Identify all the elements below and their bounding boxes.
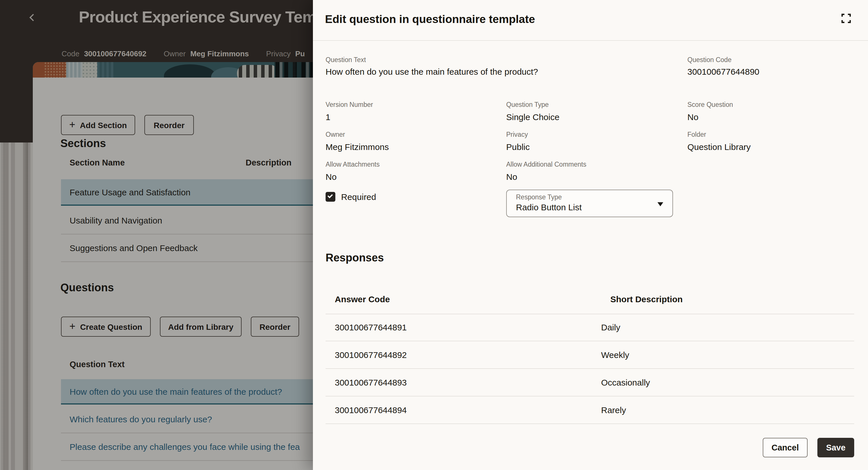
question-code-label: Question Code [687, 56, 732, 63]
question-type-label: Question Type [506, 101, 549, 108]
responses-heading: Responses [326, 251, 384, 264]
question-code-value: 300100677644890 [687, 67, 759, 76]
allow-attachments-label: Allow Attachments [326, 161, 380, 168]
chevron-down-icon [657, 202, 663, 206]
drawer-footer: Cancel Save [763, 438, 854, 457]
response-row[interactable]: 300100677644892 Weekly [326, 341, 854, 369]
edit-question-drawer: Edit question in questionnaire template … [313, 0, 868, 470]
app-window: Product Experience Survey Tem Code 30010… [0, 0, 868, 470]
allow-additional-comments-label: Allow Additional Comments [506, 161, 586, 168]
allow-additional-comments-value: No [506, 172, 517, 181]
privacy-value: Public [506, 142, 530, 152]
drawer-title: Edit question in questionnaire template [325, 13, 535, 26]
score-question-value: No [687, 112, 698, 122]
answer-code-column-header: Answer Code [335, 294, 390, 304]
response-type-label: Response Type [516, 194, 562, 201]
response-row[interactable]: 300100677644891 Daily [326, 314, 854, 341]
version-number-label: Version Number [326, 101, 373, 108]
owner-label: Owner [326, 131, 345, 138]
question-text-label: Question Text [326, 56, 366, 63]
question-type-value: Single Choice [506, 112, 559, 122]
owner-value: Meg Fitzimmons [326, 142, 389, 152]
cancel-button[interactable]: Cancel [763, 438, 808, 457]
folder-value: Question Library [687, 142, 751, 152]
score-question-label: Score Question [687, 101, 733, 108]
save-button[interactable]: Save [817, 438, 854, 457]
required-label: Required [341, 192, 376, 202]
version-number-value: 1 [326, 112, 331, 122]
privacy-label: Privacy [506, 131, 528, 138]
folder-label: Folder [687, 131, 706, 138]
allow-attachments-value: No [326, 172, 337, 181]
question-text-value: How often do you use the main features o… [326, 67, 538, 76]
response-row[interactable]: 300100677644893 Occasionally [326, 369, 854, 397]
response-type-select[interactable]: Response Type Radio Button List [506, 190, 673, 217]
response-type-value: Radio Button List [516, 202, 582, 212]
expand-icon[interactable] [841, 13, 851, 24]
drawer-header: Edit question in questionnaire template [313, 0, 868, 41]
short-description-column-header: Short Description [610, 294, 683, 304]
required-checkbox[interactable]: Required [326, 192, 376, 202]
response-row[interactable]: 300100677644894 Rarely [326, 397, 854, 424]
checkbox-checked-icon [326, 192, 335, 202]
